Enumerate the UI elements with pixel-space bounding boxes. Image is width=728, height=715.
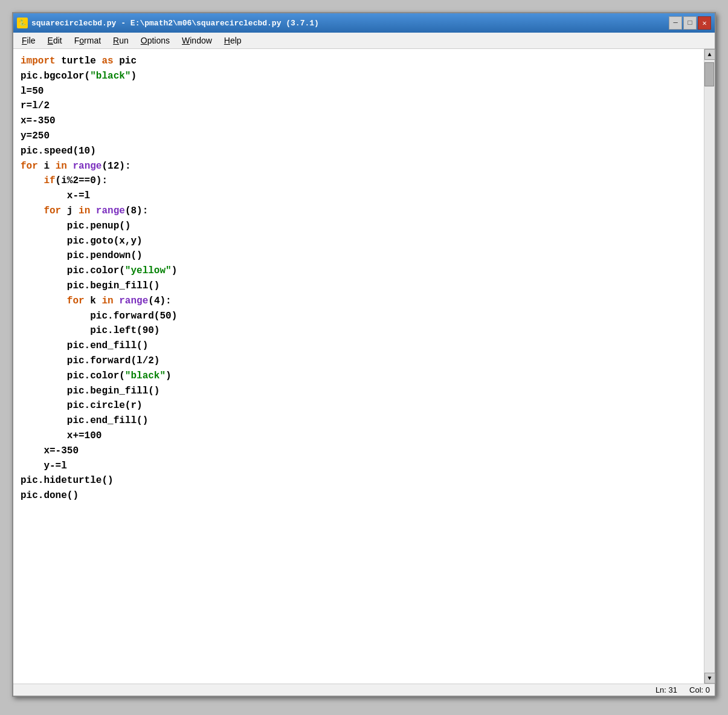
menu-file[interactable]: File <box>17 34 40 47</box>
menu-format[interactable]: Format <box>69 34 106 47</box>
minimize-button[interactable]: ─ <box>669 16 682 30</box>
scroll-up-button[interactable]: ▲ <box>704 49 715 60</box>
status-col: Col: 0 <box>689 685 710 694</box>
menu-window[interactable]: Window <box>177 34 217 47</box>
window-title: squarecirclecbd.py - E:\pmath2\m06\squar… <box>31 19 319 28</box>
menu-edit[interactable]: Edit <box>43 34 67 47</box>
scroll-down-button[interactable]: ▼ <box>704 673 715 684</box>
title-bar-controls: ─ □ ✕ <box>669 16 711 30</box>
vertical-scrollbar[interactable]: ▲ ▼ <box>704 49 715 684</box>
menu-help[interactable]: Help <box>219 34 246 47</box>
title-bar: 🐍 squarecirclecbd.py - E:\pmath2\m06\squ… <box>13 13 715 33</box>
status-bar: Ln: 31 Col: 0 <box>13 684 715 696</box>
status-ln: Ln: 31 <box>656 685 677 694</box>
menu-run[interactable]: Run <box>108 34 134 47</box>
menu-bar: File Edit Format Run Options Window Help <box>13 33 715 49</box>
scroll-track[interactable] <box>704 60 715 673</box>
menu-options[interactable]: Options <box>136 34 175 47</box>
close-button[interactable]: ✕ <box>698 16 711 30</box>
app-icon: 🐍 <box>17 18 28 28</box>
main-window: 🐍 squarecirclecbd.py - E:\pmath2\m06\squ… <box>12 12 716 697</box>
maximize-button[interactable]: □ <box>683 16 697 30</box>
code-editor[interactable]: import turtle as pic pic.bgcolor("black"… <box>13 49 704 684</box>
scroll-thumb[interactable] <box>704 62 714 86</box>
title-bar-left: 🐍 squarecirclecbd.py - E:\pmath2\m06\squ… <box>17 18 319 28</box>
editor-area: import turtle as pic pic.bgcolor("black"… <box>13 49 715 684</box>
